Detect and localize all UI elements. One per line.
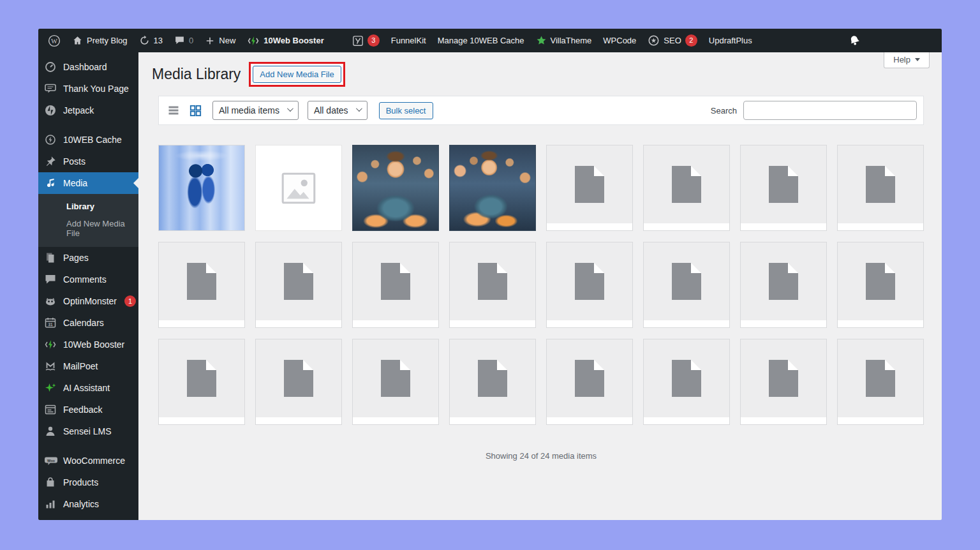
sidebar-label: Analytics — [63, 499, 99, 509]
sidebar-item-optinmonster[interactable]: OptinMonster 1 — [38, 290, 138, 312]
sidebar-item-analytics[interactable]: Analytics — [38, 493, 138, 515]
media-item-document[interactable] — [740, 339, 827, 425]
media-item-document[interactable] — [158, 339, 245, 425]
seo-label: SEO — [664, 36, 681, 45]
villatheme-label: VillaTheme — [551, 36, 592, 45]
sidebar-item-mailpoet[interactable]: MailPoet — [38, 355, 138, 377]
media-item-document[interactable] — [837, 145, 924, 231]
media-type-filter-value: All media items — [219, 105, 279, 115]
mailpoet-icon — [44, 360, 57, 373]
main-content: Help Media Library Add New Media File — [138, 52, 942, 520]
submenu-item-library[interactable]: Library — [38, 198, 138, 215]
updraftplus-label: UpdraftPlus — [709, 36, 752, 45]
media-item-document[interactable] — [546, 242, 633, 328]
annotation-highlight: Add New Media File — [249, 62, 345, 87]
media-item-document[interactable] — [837, 339, 924, 425]
help-button[interactable]: Help — [884, 52, 930, 68]
yoast-menu[interactable]: 3 — [346, 29, 385, 52]
booster-menu[interactable]: 10Web Booster — [241, 29, 329, 52]
funnelkit-menu[interactable]: FunnelKit — [385, 29, 432, 52]
help-label: Help — [893, 55, 910, 64]
site-name-menu[interactable]: Pretty Blog — [66, 29, 133, 52]
sidebar-item-pages[interactable]: Pages — [38, 247, 138, 269]
bulk-select-button[interactable]: Bulk select — [379, 102, 433, 119]
wordpress-logo-menu[interactable]: W — [42, 29, 66, 52]
sidebar-item-ai-assistant[interactable]: AI Assistant — [38, 377, 138, 399]
date-filter[interactable]: All dates — [308, 101, 368, 120]
media-item-placeholder[interactable] — [255, 145, 342, 231]
search-input[interactable] — [743, 101, 917, 120]
sidebar-label: Jetpack — [63, 105, 94, 115]
media-item-document[interactable] — [449, 339, 536, 425]
home-icon — [72, 35, 83, 46]
media-item-document[interactable] — [740, 242, 827, 328]
sidebar-label: Pages — [63, 253, 89, 263]
document-icon — [769, 263, 798, 300]
seo-menu[interactable]: SEO 2 — [642, 29, 702, 52]
media-item-document[interactable] — [449, 242, 536, 328]
submenu-item-add-new-media-file[interactable]: Add New Media File — [38, 215, 138, 242]
manage-cache-menu[interactable]: Manage 10WEB Cache — [432, 29, 530, 52]
media-item-document[interactable] — [255, 339, 342, 425]
comments-menu[interactable]: 0 — [168, 29, 199, 52]
media-item-document[interactable] — [352, 242, 439, 328]
media-item-image[interactable] — [158, 145, 245, 231]
sidebar-item-posts[interactable]: Posts — [38, 151, 138, 172]
sidebar-item-10web-cache[interactable]: 10WEB Cache — [38, 129, 138, 151]
sidebar-label: Thank You Page — [63, 84, 129, 94]
media-item-document[interactable] — [740, 145, 827, 231]
notifications-menu[interactable] — [843, 29, 866, 52]
sidebar-item-thank-you-page[interactable]: Thank You Page — [38, 78, 138, 100]
sidebar-item-comments[interactable]: Comments — [38, 269, 138, 290]
sidebar-item-woocommerce[interactable]: Woo WooCommerce — [38, 450, 138, 472]
media-item-document[interactable] — [837, 242, 924, 328]
sidebar-item-dashboard[interactable]: Dashboard — [38, 56, 138, 78]
sidebar-item-sensei-lms[interactable]: Sensei LMS — [38, 420, 138, 442]
updraftplus-menu[interactable]: UpdraftPlus — [703, 29, 758, 52]
media-item-document[interactable] — [643, 242, 730, 328]
updates-count: 13 — [154, 36, 163, 45]
media-toolbar: All media items All dates Bulk select Se… — [158, 96, 924, 125]
sidebar-item-products[interactable]: Products — [38, 472, 138, 493]
document-icon — [575, 166, 604, 203]
woo-bubble-icon: Woo — [44, 454, 57, 467]
sidebar-item-media[interactable]: Media — [38, 172, 138, 194]
villatheme-menu[interactable]: VillaTheme — [530, 29, 598, 52]
updates-menu[interactable]: 13 — [133, 29, 168, 52]
sidebar-item-calendars[interactable]: 31 Calendars — [38, 312, 138, 334]
add-new-media-file-button[interactable]: Add New Media File — [253, 66, 341, 83]
grid-view-button[interactable] — [187, 102, 204, 119]
admin-bar: W Pretty Blog 13 0 New — [38, 29, 942, 52]
media-item-image[interactable] — [449, 145, 536, 231]
media-item-image[interactable] — [352, 145, 439, 231]
media-item-document[interactable] — [546, 339, 633, 425]
document-icon — [866, 166, 895, 203]
date-filter-value: All dates — [314, 105, 348, 115]
monster-icon — [44, 295, 57, 308]
media-type-filter[interactable]: All media items — [212, 101, 299, 120]
pushpin-icon — [44, 155, 57, 168]
document-icon — [575, 263, 604, 300]
optinmonster-badge: 1 — [124, 295, 136, 307]
yoast-icon — [352, 35, 364, 47]
wpcode-menu[interactable]: WPCode — [597, 29, 642, 52]
media-item-document[interactable] — [352, 339, 439, 425]
sidebar-item-marketing[interactable]: Marketing — [38, 515, 138, 520]
form-icon — [44, 403, 57, 416]
media-item-document[interactable] — [158, 242, 245, 328]
document-icon — [284, 263, 313, 300]
media-item-document[interactable] — [255, 242, 342, 328]
media-item-document[interactable] — [643, 339, 730, 425]
sidebar-item-jetpack[interactable]: Jetpack — [38, 100, 138, 121]
sidebar-label: Dashboard — [63, 62, 107, 72]
sidebar-item-10web-booster[interactable]: 10Web Booster — [38, 334, 138, 355]
document-icon — [672, 360, 701, 397]
media-item-document[interactable] — [546, 145, 633, 231]
list-view-button[interactable] — [165, 102, 182, 119]
star-icon — [536, 35, 547, 46]
sidebar-item-feedback[interactable]: Feedback — [38, 399, 138, 420]
document-icon — [478, 263, 507, 300]
sidebar-label: Sensei LMS — [63, 426, 111, 436]
new-content-menu[interactable]: New — [199, 29, 241, 52]
media-item-document[interactable] — [643, 145, 730, 231]
